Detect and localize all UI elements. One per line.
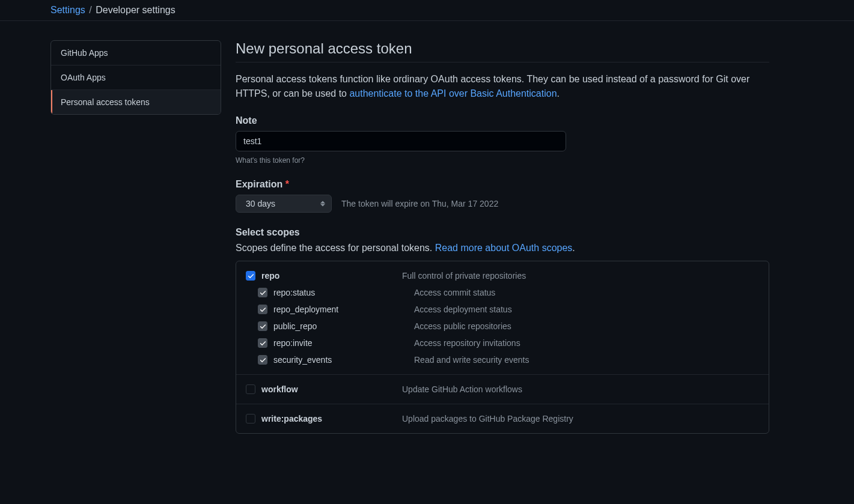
scopes-title: Select scopes <box>236 227 769 238</box>
scope-desc: Access deployment status <box>414 305 512 314</box>
sidebar-item-oauth-apps[interactable]: OAuth Apps <box>51 65 221 90</box>
checkbox-repo[interactable] <box>246 271 255 281</box>
main-content: New personal access token Personal acces… <box>236 40 788 448</box>
checkbox-public-repo[interactable] <box>258 321 267 331</box>
expiration-note: The token will expire on Thu, Mar 17 202… <box>341 199 498 208</box>
select-caret-icon <box>320 201 325 207</box>
note-hint: What's this token for? <box>236 156 769 165</box>
sidebar-item-personal-access-tokens[interactable]: Personal access tokens <box>51 90 221 114</box>
checkbox-security-events[interactable] <box>258 355 267 365</box>
checkbox-repo-invite[interactable] <box>258 338 267 348</box>
check-icon <box>260 357 266 363</box>
scope-group-repo: repo Full control of private repositorie… <box>236 261 769 375</box>
scope-desc: Full control of private repositories <box>402 271 526 281</box>
scope-name: repo:status <box>273 288 315 297</box>
expiration-label: Expiration * <box>236 179 769 190</box>
breadcrumb-separator: / <box>89 5 91 15</box>
scopes-box: repo Full control of private repositorie… <box>236 261 769 434</box>
sidebar-item-github-apps[interactable]: GitHub Apps <box>51 41 221 65</box>
scope-desc: Access repository invitations <box>414 338 520 348</box>
check-icon <box>260 323 266 330</box>
scope-name: workflow <box>261 384 298 394</box>
scope-desc: Read and write security events <box>414 355 529 365</box>
checkbox-write-packages[interactable] <box>246 414 255 424</box>
breadcrumb-current: Developer settings <box>96 5 175 15</box>
scope-name: repo_deployment <box>273 305 338 314</box>
checkbox-workflow[interactable] <box>246 384 255 394</box>
scopes-description: Scopes define the access for personal to… <box>236 243 769 254</box>
page-title: New personal access token <box>236 40 769 62</box>
check-icon <box>260 290 266 296</box>
scope-name: public_repo <box>273 321 317 331</box>
check-icon <box>248 273 254 279</box>
expiration-select[interactable]: 30 days <box>236 195 332 213</box>
intro-paragraph: Personal access tokens function like ord… <box>236 72 769 101</box>
checkbox-repo-deployment[interactable] <box>258 305 267 314</box>
scope-group-write-packages: write:packages Upload packages to GitHub… <box>236 404 769 433</box>
required-asterisk: * <box>285 179 289 189</box>
breadcrumb: Settings / Developer settings <box>0 0 854 21</box>
scope-desc: Access public repositories <box>414 321 511 331</box>
check-icon <box>260 340 266 347</box>
oauth-scopes-link[interactable]: Read more about OAuth scopes <box>435 243 573 253</box>
scope-name: repo:invite <box>273 338 313 348</box>
note-label: Note <box>236 115 769 126</box>
scope-name: repo <box>261 271 279 281</box>
scope-desc: Update GitHub Action workflows <box>402 384 522 394</box>
breadcrumb-settings-link[interactable]: Settings <box>50 5 85 15</box>
scope-group-workflow: workflow Update GitHub Action workflows <box>236 375 769 404</box>
scope-name: security_events <box>273 355 332 365</box>
sidebar: GitHub Apps OAuth Apps Personal access t… <box>50 40 221 448</box>
scope-name: write:packages <box>261 414 322 424</box>
scope-desc: Upload packages to GitHub Package Regist… <box>402 414 573 424</box>
checkbox-repo-status[interactable] <box>258 288 267 297</box>
note-input[interactable] <box>236 131 566 151</box>
auth-api-link[interactable]: authenticate to the API over Basic Authe… <box>349 88 557 99</box>
scope-desc: Access commit status <box>414 288 495 297</box>
check-icon <box>260 306 266 313</box>
